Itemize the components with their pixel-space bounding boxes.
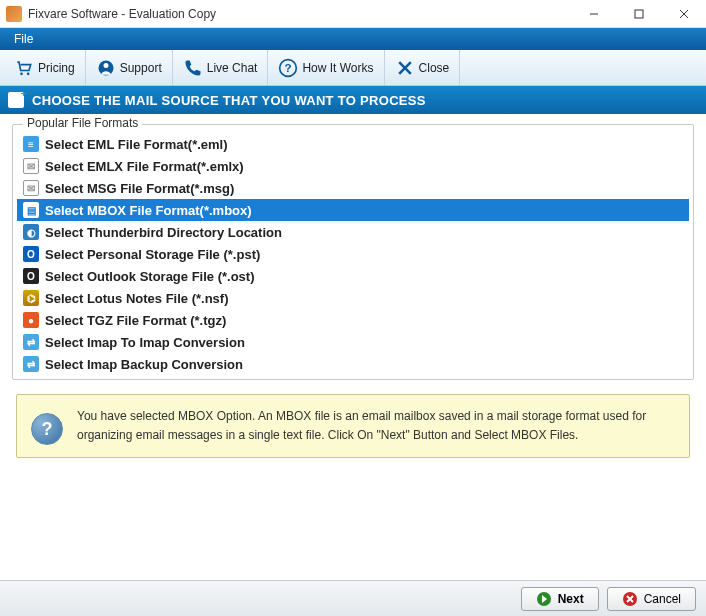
format-item-tbird[interactable]: ◐Select Thunderbird Directory Location [17, 221, 689, 243]
pricing-label: Pricing [38, 61, 75, 75]
menubar: File [0, 28, 706, 50]
pricing-button[interactable]: Pricing [4, 50, 86, 85]
format-item-label: Select MBOX File Format(*.mbox) [45, 203, 252, 218]
close-icon [395, 58, 415, 78]
format-item-msg[interactable]: ✉Select MSG File Format(*.msg) [17, 177, 689, 199]
window-title: Fixvare Software - Evaluation Copy [28, 7, 571, 21]
emlx-icon: ✉ [23, 158, 39, 174]
info-box: ? You have selected MBOX Option. An MBOX… [16, 394, 690, 458]
info-icon: ? [31, 413, 63, 445]
format-item-ost[interactable]: OSelect Outlook Storage File (*.ost) [17, 265, 689, 287]
format-item-label: Select Thunderbird Directory Location [45, 225, 282, 240]
livechat-label: Live Chat [207, 61, 258, 75]
msg-icon: ✉ [23, 180, 39, 196]
section-title: CHOOSE THE MAIL SOURCE THAT YOU WANT TO … [32, 93, 426, 108]
toolbar: Pricing Support Live Chat ? How It Works… [0, 50, 706, 86]
format-item-label: Select EMLX File Format(*.emlx) [45, 159, 244, 174]
ost-icon: O [23, 268, 39, 284]
format-item-label: Select Imap Backup Conversion [45, 357, 243, 372]
pst-icon: O [23, 246, 39, 262]
nsf-icon: ⌬ [23, 290, 39, 306]
close-button[interactable]: Close [385, 50, 461, 85]
tgz-icon: ● [23, 312, 39, 328]
next-label: Next [558, 592, 584, 606]
howitworks-button[interactable]: ? How It Works [268, 50, 384, 85]
svg-rect-1 [635, 10, 643, 18]
format-item-label: Select Imap To Imap Conversion [45, 335, 245, 350]
support-label: Support [120, 61, 162, 75]
format-item-mbox[interactable]: ▤Select MBOX File Format(*.mbox) [17, 199, 689, 221]
question-icon: ? [278, 58, 298, 78]
menu-file[interactable]: File [6, 30, 41, 48]
support-icon [96, 58, 116, 78]
svg-point-7 [103, 63, 108, 68]
minimize-button[interactable] [571, 0, 616, 28]
bottom-bar: Next Cancel [0, 580, 706, 616]
format-item-emlx[interactable]: ✉Select EMLX File Format(*.emlx) [17, 155, 689, 177]
imap-icon: ⇄ [23, 334, 39, 350]
cart-icon [14, 58, 34, 78]
format-item-eml[interactable]: ≡Select EML File Format(*.eml) [17, 133, 689, 155]
support-button[interactable]: Support [86, 50, 173, 85]
app-icon [6, 6, 22, 22]
close-label: Close [419, 61, 450, 75]
document-plus-icon [8, 92, 24, 108]
section-header: CHOOSE THE MAIL SOURCE THAT YOU WANT TO … [0, 86, 706, 114]
format-item-label: Select MSG File Format(*.msg) [45, 181, 234, 196]
mbox-icon: ▤ [23, 202, 39, 218]
svg-text:?: ? [285, 61, 292, 74]
phone-icon [183, 58, 203, 78]
format-item-bkp[interactable]: ⇄Select Imap Backup Conversion [17, 353, 689, 375]
howitworks-label: How It Works [302, 61, 373, 75]
next-button[interactable]: Next [521, 587, 599, 611]
format-item-nsf[interactable]: ⌬Select Lotus Notes File (*.nsf) [17, 287, 689, 309]
tbird-icon: ◐ [23, 224, 39, 240]
formats-legend: Popular File Formats [23, 116, 142, 130]
format-item-label: Select TGZ File Format (*.tgz) [45, 313, 226, 328]
format-item-tgz[interactable]: ●Select TGZ File Format (*.tgz) [17, 309, 689, 331]
cancel-icon [622, 591, 638, 607]
cancel-button[interactable]: Cancel [607, 587, 696, 611]
format-item-imap[interactable]: ⇄Select Imap To Imap Conversion [17, 331, 689, 353]
cancel-label: Cancel [644, 592, 681, 606]
format-item-label: Select Personal Storage File (*.pst) [45, 247, 260, 262]
bkp-icon: ⇄ [23, 356, 39, 372]
info-text: You have selected MBOX Option. An MBOX f… [77, 407, 675, 445]
eml-icon: ≡ [23, 136, 39, 152]
format-item-label: Select Outlook Storage File (*.ost) [45, 269, 254, 284]
close-window-button[interactable] [661, 0, 706, 28]
titlebar: Fixvare Software - Evaluation Copy [0, 0, 706, 28]
formats-fieldset: Popular File Formats ≡Select EML File Fo… [12, 124, 694, 380]
format-item-label: Select EML File Format(*.eml) [45, 137, 228, 152]
svg-point-4 [20, 72, 23, 75]
svg-point-5 [27, 72, 30, 75]
livechat-button[interactable]: Live Chat [173, 50, 269, 85]
format-item-pst[interactable]: OSelect Personal Storage File (*.pst) [17, 243, 689, 265]
arrow-right-icon [536, 591, 552, 607]
maximize-button[interactable] [616, 0, 661, 28]
format-item-label: Select Lotus Notes File (*.nsf) [45, 291, 228, 306]
formats-list: ≡Select EML File Format(*.eml)✉Select EM… [17, 133, 689, 375]
